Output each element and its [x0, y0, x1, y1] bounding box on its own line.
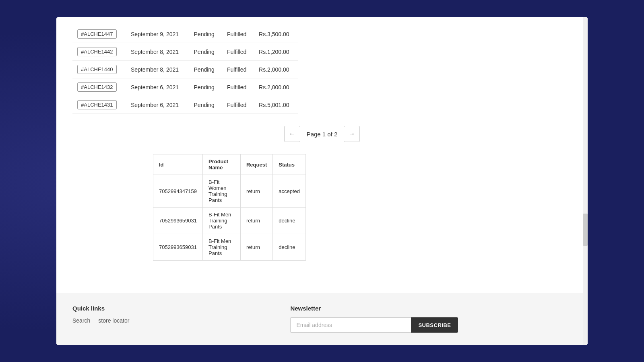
order-id-cell[interactable]: #ALCHE1440: [72, 61, 126, 78]
order-id-cell[interactable]: #ALCHE1447: [72, 25, 126, 43]
returns-status-cell: accepted: [273, 175, 306, 208]
scrollbar-track: [583, 17, 588, 345]
quick-links-list: Searchstore locator: [72, 317, 129, 324]
page-text: Page 1 of 2: [307, 131, 338, 138]
returns-column-header: Request: [240, 154, 272, 175]
scrollbar-thumb[interactable]: [583, 214, 588, 246]
returns-row: 7052993659031 B-Fit Men Training Pants r…: [153, 208, 306, 234]
order-payment-cell: Pending: [189, 43, 223, 61]
main-container: #ALCHE1447 September 9, 2021 Pending Ful…: [56, 17, 588, 345]
order-date-cell: September 6, 2021: [126, 78, 189, 96]
order-id-badge[interactable]: #ALCHE1447: [77, 29, 117, 39]
email-input[interactable]: [290, 317, 411, 333]
order-id-badge[interactable]: #ALCHE1440: [77, 65, 117, 74]
order-fulfillment-cell: Fulfilled: [222, 78, 254, 96]
returns-table: IdProduct NameRequestStatus 705299434715…: [153, 154, 306, 261]
order-row: #ALCHE1440 September 8, 2021 Pending Ful…: [72, 61, 298, 78]
order-payment-cell: Pending: [189, 25, 223, 43]
order-id-cell[interactable]: #ALCHE1442: [72, 43, 126, 61]
returns-column-header: Status: [273, 154, 306, 175]
order-total-cell: Rs.5,001.00: [254, 96, 298, 114]
next-arrow-icon: →: [349, 130, 355, 138]
footer: Quick links Searchstore locator Newslett…: [56, 293, 588, 345]
order-total-cell: Rs.1,200.00: [254, 43, 298, 61]
order-id-cell[interactable]: #ALCHE1432: [72, 78, 126, 96]
returns-row: 7052993659031 B-Fit Men Training Pants r…: [153, 234, 306, 261]
order-fulfillment-cell: Fulfilled: [222, 43, 254, 61]
quick-link[interactable]: store locator: [98, 317, 129, 324]
returns-request-cell: return: [240, 208, 272, 234]
returns-id-cell: 7052994347159: [153, 175, 203, 208]
order-total-cell: Rs.2,000.00: [254, 61, 298, 78]
returns-id-cell: 7052993659031: [153, 208, 203, 234]
order-id-cell[interactable]: #ALCHE1431: [72, 96, 126, 114]
subscribe-button[interactable]: SUBSCRIBE: [411, 317, 458, 333]
order-id-badge[interactable]: #ALCHE1432: [77, 82, 117, 92]
order-id-badge[interactable]: #ALCHE1431: [77, 100, 117, 109]
returns-product-cell: B-Fit Men Training Pants: [203, 208, 241, 234]
order-row: #ALCHE1447 September 9, 2021 Pending Ful…: [72, 25, 298, 43]
returns-column-header: Product Name: [203, 154, 241, 175]
returns-product-cell: B-Fit Men Training Pants: [203, 234, 241, 261]
order-date-cell: September 8, 2021: [126, 43, 189, 61]
orders-table: #ALCHE1447 September 9, 2021 Pending Ful…: [72, 25, 298, 114]
pagination: ← Page 1 of 2 →: [72, 126, 572, 142]
returns-product-cell: B-Fit Women Training Pants: [203, 175, 241, 208]
next-page-button[interactable]: →: [344, 126, 360, 142]
returns-status-cell: decline: [273, 234, 306, 261]
quick-link[interactable]: Search: [72, 317, 90, 324]
prev-arrow-icon: ←: [289, 130, 295, 138]
order-total-cell: Rs.2,000.00: [254, 78, 298, 96]
content-area: #ALCHE1447 September 9, 2021 Pending Ful…: [56, 17, 588, 277]
order-payment-cell: Pending: [189, 61, 223, 78]
order-row: #ALCHE1432 September 6, 2021 Pending Ful…: [72, 78, 298, 96]
order-fulfillment-cell: Fulfilled: [222, 25, 254, 43]
returns-row: 7052994347159 B-Fit Women Training Pants…: [153, 175, 306, 208]
newsletter-heading: Newsletter: [290, 305, 458, 312]
order-date-cell: September 9, 2021: [126, 25, 189, 43]
returns-request-cell: return: [240, 175, 272, 208]
order-fulfillment-cell: Fulfilled: [222, 96, 254, 114]
order-id-badge[interactable]: #ALCHE1442: [77, 47, 117, 56]
returns-request-cell: return: [240, 234, 272, 261]
newsletter-form: SUBSCRIBE: [290, 317, 458, 333]
order-payment-cell: Pending: [189, 96, 223, 114]
order-date-cell: September 8, 2021: [126, 61, 189, 78]
newsletter-section: Newsletter SUBSCRIBE: [290, 305, 458, 333]
order-total-cell: Rs.3,500.00: [254, 25, 298, 43]
prev-page-button[interactable]: ←: [284, 126, 300, 142]
order-fulfillment-cell: Fulfilled: [222, 61, 254, 78]
returns-status-cell: decline: [273, 208, 306, 234]
order-payment-cell: Pending: [189, 78, 223, 96]
quick-links-section: Quick links Searchstore locator: [72, 305, 129, 333]
quick-links-heading: Quick links: [72, 305, 129, 312]
returns-header-row: IdProduct NameRequestStatus: [153, 154, 306, 175]
order-date-cell: September 6, 2021: [126, 96, 189, 114]
order-row: #ALCHE1431 September 6, 2021 Pending Ful…: [72, 96, 298, 114]
returns-section: IdProduct NameRequestStatus 705299434715…: [153, 154, 572, 261]
returns-id-cell: 7052993659031: [153, 234, 203, 261]
returns-column-header: Id: [153, 154, 203, 175]
order-row: #ALCHE1442 September 8, 2021 Pending Ful…: [72, 43, 298, 61]
